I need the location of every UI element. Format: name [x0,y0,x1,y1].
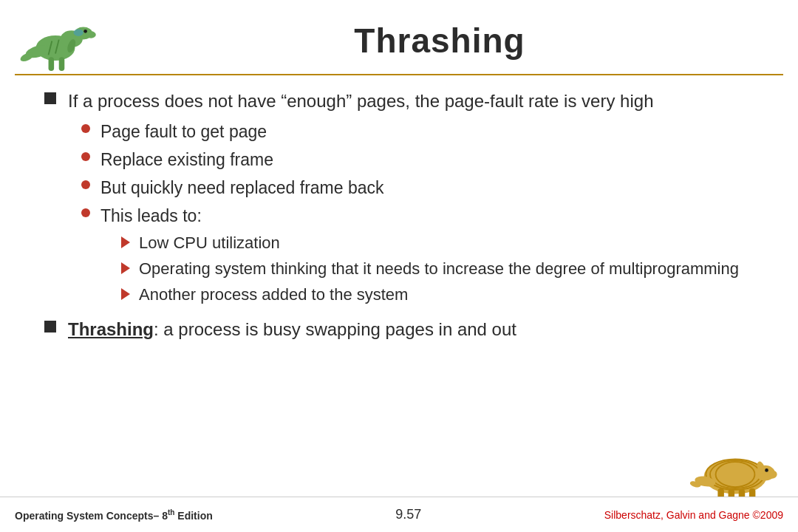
thrashing-definition: Thrashing: a process is busy swapping pa… [44,317,754,342]
main-bullet: If a process does not have “enough” page… [44,89,754,114]
sub-sub-bullet-1: Low CPU utilization [121,232,754,255]
sub-bullet-2: Replace existing frame [81,148,754,171]
svg-point-4 [83,29,87,33]
circle-bullet-icon [81,124,90,133]
main-bullet-text: If a process does not have “enough” page… [68,89,654,114]
footer: Operating System Concepts– 8th Edition 9… [0,497,798,532]
thrashing-bold-text: Thrashing [68,319,154,339]
triangle-bullet-icon [121,262,130,274]
triangle-bullet-icon [121,236,130,248]
header: Thrashing [0,0,798,74]
sub-sub-bullet-2-text: Operating system thinking that it needs … [139,258,739,281]
svg-point-12 [74,29,83,35]
sub-bullet-4: This leads to: [81,204,754,228]
content-area: If a process does not have “enough” page… [0,75,798,532]
sub-bullet-3-text: But quickly need replaced frame back [100,176,384,200]
circle-bullet-icon [81,180,90,189]
thrashing-text: Thrashing: a process is busy swapping pa… [68,317,516,342]
square-bullet-icon [44,92,56,104]
circle-bullet-icon [81,152,90,161]
footer-right-text: Silberschatz, Galvin and Gagne ©2009 [604,509,783,521]
footer-left-text: Operating System Concepts– 8th Edition [15,508,213,522]
thrashing-rest-text: : a process is busy swapping pages in an… [154,319,516,339]
sub-bullet-2-text: Replace existing frame [100,148,273,171]
title-area: Thrashing [96,21,783,61]
sub-sub-bullets-list: Low CPU utilization Operating system thi… [121,232,754,306]
triangle-bullet-icon [121,288,130,300]
svg-rect-7 [49,57,55,71]
footer-center-text: 9.57 [395,507,421,522]
sub-bullet-1: Page fault to get page [81,120,754,143]
sub-bullet-3: But quickly need replaced frame back [81,176,754,200]
circle-bullet-icon [81,208,90,217]
sub-sub-bullet-1-text: Low CPU utilization [139,232,280,255]
square-bullet-icon [44,321,56,332]
sub-bullet-4-text: This leads to: [100,204,202,228]
sub-sub-bullet-3-text: Another process added to the system [139,284,408,307]
slide: Thrashing If a process does not have “en… [0,0,798,532]
dino-right-icon [687,438,783,501]
svg-point-19 [765,468,768,472]
dino-left-icon [15,10,96,72]
svg-point-3 [86,31,96,38]
sub-bullet-1-text: Page fault to get page [100,120,267,143]
sub-sub-bullet-3: Another process added to the system [121,284,754,307]
sub-sub-bullet-2: Operating system thinking that it needs … [121,258,754,281]
sub-bullets-list: Page fault to get page Replace existing … [81,120,754,307]
slide-title: Thrashing [96,21,783,61]
svg-rect-8 [59,57,65,71]
svg-point-18 [767,470,777,478]
